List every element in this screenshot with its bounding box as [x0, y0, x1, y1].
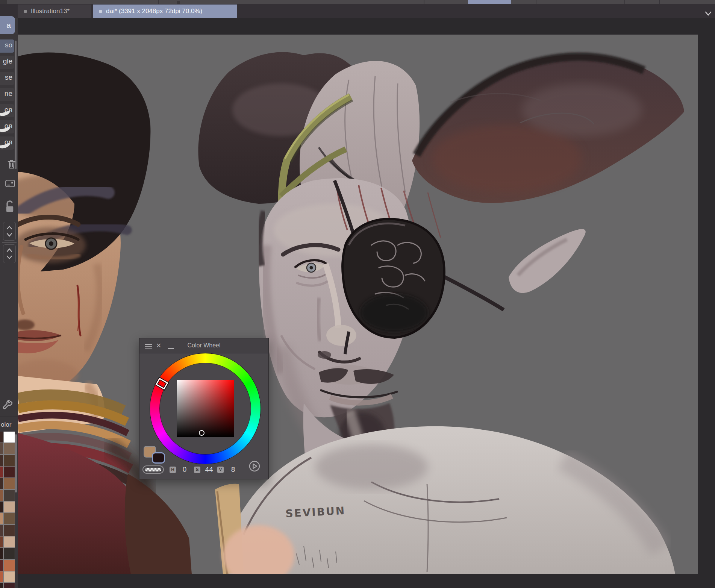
tool-label: on [5, 138, 12, 146]
register-sub-tool-icon[interactable] [5, 179, 15, 189]
color-swatch-palette [0, 432, 15, 588]
sidebar-tool-gle[interactable]: gle [0, 56, 14, 69]
hue-value[interactable]: 0 [177, 465, 192, 474]
document-tab-bar: Illustration13* dai* (3391 x 2048px 72dp… [0, 4, 715, 18]
sidebar-divider [0, 417, 18, 417]
color-swatch[interactable] [4, 432, 15, 443]
tool-label: gle [3, 57, 12, 65]
sidebar-tool-se[interactable]: se [0, 72, 14, 85]
swatch-scrollbar[interactable] [15, 434, 17, 493]
toolbar-tick [177, 1, 180, 4]
color-swatch[interactable] [0, 490, 3, 501]
tab-status-dot [24, 10, 27, 13]
tool-sidebar: a sogleseneenonon olor [0, 18, 18, 588]
tab-illustration13[interactable]: Illustration13* [18, 5, 91, 18]
color-swatch[interactable] [4, 513, 15, 524]
canvas-zone: SEVIBUN [18, 18, 715, 588]
sv-cursor[interactable] [199, 430, 205, 436]
color-swatch[interactable] [4, 502, 15, 512]
tool-list-scrollbar[interactable] [15, 41, 17, 169]
panel-header[interactable]: ✕ Color Wheel [139, 338, 268, 353]
color-swatch[interactable] [4, 455, 15, 466]
saturation-chip: S [194, 467, 200, 473]
tab-status-dot [99, 10, 102, 13]
tool-label: so [5, 41, 12, 49]
color-swatch[interactable] [4, 478, 15, 489]
app-window: SEVIBUN Illustration13* dai* (3391 x 204… [0, 0, 715, 588]
top-toolbar-strip[interactable] [0, 0, 715, 4]
toolbar-divider [624, 0, 625, 4]
saturation-value[interactable]: 44 [201, 465, 217, 474]
canvas-document[interactable]: SEVIBUN [18, 35, 698, 574]
transparent-color-button[interactable] [142, 465, 164, 474]
color-swatch[interactable] [4, 571, 15, 582]
sidebar-corner-tab[interactable]: a [0, 16, 15, 34]
sidebar-tool-en[interactable]: en [0, 104, 14, 117]
toolbar-divider [158, 0, 159, 4]
color-wheel-panel: ✕ Color Wheel H 0 S 44 V 8 [139, 338, 269, 479]
toolbar-divider [659, 0, 660, 4]
color-swatch[interactable] [0, 571, 3, 582]
color-swatch[interactable] [4, 525, 15, 536]
circle-play-icon[interactable] [248, 460, 261, 472]
sidebar-divider [2, 242, 17, 243]
sidebar-tool-ne[interactable]: ne [0, 88, 14, 101]
wrench-icon[interactable] [2, 399, 14, 414]
panel-title: Color Wheel [139, 342, 268, 349]
color-swatch[interactable] [4, 583, 15, 588]
tool-label: en [5, 106, 12, 114]
corner-tab-label: a [6, 21, 11, 30]
stepper-up-down[interactable] [3, 222, 16, 241]
color-swatch[interactable] [4, 560, 15, 571]
sub-color-swatch[interactable] [152, 452, 165, 464]
color-swatch[interactable] [0, 583, 3, 588]
color-swatch[interactable] [4, 548, 15, 559]
color-panel-header-label: olor [1, 421, 11, 429]
toolbar-divider [424, 0, 424, 4]
tool-label: se [5, 73, 12, 82]
color-swatch[interactable] [4, 490, 15, 501]
sidebar-tool-so[interactable]: so [0, 39, 14, 53]
value-chip: V [217, 467, 224, 473]
color-swatch[interactable] [4, 536, 15, 547]
tab-label: dai* (3391 x 2048px 72dpi 70.0%) [106, 8, 202, 15]
color-swatch[interactable] [0, 467, 3, 477]
color-swatch[interactable] [0, 548, 3, 559]
painting-artwork: SEVIBUN [18, 35, 698, 574]
tab-label: Illustration13* [31, 8, 70, 15]
color-swatch[interactable] [0, 432, 3, 443]
toolbar-divider [536, 0, 536, 4]
color-swatch[interactable] [0, 513, 3, 524]
toolbar-corner-notch [0, 0, 7, 4]
color-swatch[interactable] [4, 467, 15, 477]
chevron-down-icon[interactable] [704, 9, 713, 18]
sidebar-tool-on[interactable]: on [0, 136, 14, 150]
tool-label: on [5, 122, 12, 130]
saturation-value-square[interactable] [177, 380, 234, 437]
trash-icon[interactable] [6, 158, 17, 171]
color-swatch[interactable] [0, 455, 3, 466]
transparent-color-checker [145, 468, 161, 471]
hue-chip: H [170, 467, 176, 473]
toolbar-active-segment[interactable] [468, 0, 511, 4]
color-swatch[interactable] [0, 560, 3, 571]
color-swatch[interactable] [0, 478, 3, 489]
color-swatch[interactable] [0, 536, 3, 547]
color-swatch[interactable] [0, 443, 3, 454]
color-swatch[interactable] [0, 502, 3, 512]
tool-list: sogleseneenonon [0, 39, 14, 153]
stepper-up-down[interactable] [3, 244, 16, 263]
sidebar-tool-on[interactable]: on [0, 120, 14, 133]
value-value[interactable]: 8 [226, 465, 241, 474]
tool-label: ne [5, 89, 12, 98]
color-swatch[interactable] [0, 525, 3, 536]
tab-dai-active[interactable]: dai* (3391 x 2048px 72dpi 70.0%) [93, 5, 237, 18]
unlock-icon[interactable] [4, 199, 15, 217]
color-swatch[interactable] [4, 443, 15, 454]
